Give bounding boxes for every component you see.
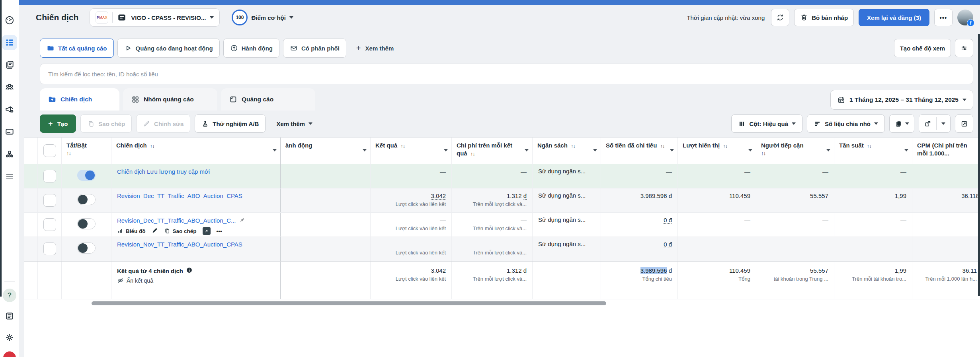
sidebar-item-ads-megaphone-icon[interactable] — [2, 102, 17, 117]
select-all-checkbox[interactable] — [43, 144, 56, 157]
row-checkbox[interactable] — [43, 194, 56, 207]
sidebar-item-campaigns-active[interactable] — [2, 35, 17, 50]
column-menu-caret[interactable] — [273, 149, 277, 151]
account-selector[interactable]: PMAX VIGO - CPASS - REVISIO... — [90, 8, 220, 27]
review-publish-button[interactable]: Xem lại và đăng (3) — [859, 9, 929, 26]
all-tools-menu-icon[interactable] — [2, 169, 17, 184]
column-menu-caret[interactable] — [363, 149, 367, 151]
duplicate-button[interactable]: Sao chép — [80, 114, 132, 133]
header-budget-column[interactable]: Ngân sách ↑↓ — [533, 138, 601, 164]
summary-results-cell: 3.042 Lượt click vào liên kết — [371, 262, 452, 299]
row-more-button[interactable]: ••• — [217, 228, 222, 234]
flask-icon — [201, 120, 209, 128]
impressions-cell: — — [678, 213, 756, 237]
filter-chip-active-ads[interactable]: Quảng cáo đang hoạt động — [117, 39, 220, 58]
filter-chip-has-delivery[interactable]: Có phân phối — [283, 39, 346, 58]
campaign-toggle-off[interactable] — [77, 243, 96, 254]
header-cost-per-result-column[interactable]: Chi phí trên mỗi kết quả ↑↓ — [452, 138, 533, 164]
filter-chip-all-ads[interactable]: Tất cả quảng cáo — [40, 39, 114, 58]
campaign-toggle-off[interactable] — [77, 218, 96, 229]
notification-badge[interactable] — [3, 351, 16, 357]
header-toggle-column[interactable]: Tắt/Bật↑↓ — [62, 138, 111, 164]
view-settings-button[interactable] — [955, 39, 973, 57]
row-checkbox[interactable] — [43, 243, 56, 255]
view-charts-button[interactable]: Biểu đồ — [117, 228, 146, 234]
sidebar-item-pages-icon[interactable] — [2, 57, 17, 72]
edit-row-button[interactable] — [152, 227, 158, 235]
campaign-name-link[interactable]: Revision_Nov_TT_Traffic_ABO_Auction_CPAS — [117, 241, 242, 248]
sidebar-item-billing-card-icon[interactable] — [2, 124, 17, 139]
create-button[interactable]: + Tạo — [40, 114, 76, 133]
column-menu-caret[interactable] — [444, 149, 448, 151]
campaign-toggle-off[interactable] — [77, 194, 96, 205]
export-split-button[interactable] — [919, 114, 951, 133]
breakdown-button[interactable]: Số liệu chia nhỏ — [807, 114, 885, 133]
sliders-icon — [960, 44, 968, 52]
refresh-button[interactable] — [771, 9, 789, 26]
sidebar-item-audiences-icon[interactable] — [2, 80, 17, 95]
campaign-toggle-on[interactable] — [77, 170, 96, 181]
ab-test-button[interactable]: Thử nghiệm A/B — [195, 114, 265, 133]
cpm-cell: 36.118 — [912, 188, 980, 212]
row-hover-actions: Biểu đồ Sao chép ••• — [117, 227, 275, 235]
facebook-badge-icon: f — [967, 19, 974, 27]
discard-drafts-button[interactable]: Bỏ bản nháp — [794, 9, 854, 26]
header-impressions-column[interactable]: Lượt hiển thị ↑↓ — [678, 138, 756, 164]
campaign-name-link[interactable]: Revision_Dec_TT_Traffic_ABO_Auction_C... — [117, 217, 236, 224]
settings-gear-icon[interactable] — [2, 330, 17, 345]
table-row: Revision_Dec_TT_Traffic_ABO_Auction_CPAS… — [24, 188, 980, 213]
action-cell — [281, 262, 371, 299]
chevron-down-icon — [962, 99, 966, 101]
budget-cell: Sử dụng ngân s... — [533, 188, 601, 212]
header-reach-column[interactable]: Người tiếp cận↑↓ — [756, 138, 834, 164]
info-icon[interactable] — [186, 267, 193, 275]
user-avatar[interactable]: f — [957, 10, 973, 25]
cpm-cell — [912, 164, 980, 188]
opportunity-score[interactable]: 100 Điểm cơ hội — [232, 10, 293, 25]
header-frequency-column[interactable]: Tần suất ↑↓ — [834, 138, 912, 164]
tab-ads[interactable]: Quảng cáo — [221, 88, 315, 111]
create-view-button[interactable]: Tạo chế độ xem — [894, 39, 951, 57]
header-action-column[interactable]: ành động — [281, 138, 371, 164]
more-options-button[interactable]: ••• — [934, 9, 953, 26]
right-screen-edge — [978, 34, 980, 296]
header-cpm-column[interactable]: CPM (Chi phí trên mỗi 1.000... — [912, 138, 980, 164]
column-menu-caret[interactable] — [670, 149, 674, 151]
filter-see-more-button[interactable]: + Xem thêm — [350, 39, 400, 57]
header-amount-spent-column[interactable]: Số tiền đã chi tiêu ↑↓ — [601, 138, 678, 164]
columns-button[interactable]: Cột: Hiệu quả — [731, 114, 802, 133]
column-menu-caret[interactable] — [904, 149, 908, 151]
news-updates-icon[interactable] — [2, 308, 17, 324]
open-charts-button[interactable] — [955, 114, 973, 133]
hide-results-button[interactable]: Ẩn kết quả — [111, 277, 280, 284]
reports-split-button[interactable] — [889, 114, 914, 133]
header-select-all[interactable] — [38, 138, 62, 164]
pin-icon[interactable] — [239, 217, 245, 224]
tab-ad-sets[interactable]: Nhóm quảng cáo — [123, 88, 217, 111]
export-options-button[interactable] — [937, 115, 950, 132]
column-menu-caret[interactable] — [593, 149, 597, 151]
date-range-selector[interactable]: 1 Tháng 12, 2025 – 31 Tháng 12, 2025 — [830, 90, 973, 110]
row-checkbox[interactable] — [43, 218, 56, 231]
sidebar-item-assets-orgchart-icon[interactable] — [2, 146, 17, 161]
toolbar-see-more-button[interactable]: Xem thêm — [270, 114, 319, 133]
help-button[interactable]: ? — [3, 289, 16, 302]
horizontal-scrollbar-thumb[interactable] — [92, 301, 606, 305]
column-menu-caret[interactable] — [826, 149, 830, 151]
search-input[interactable] — [40, 64, 973, 84]
open-chart-tile-button[interactable] — [203, 227, 211, 235]
row-checkbox[interactable] — [43, 170, 56, 182]
edit-button[interactable]: Chỉnh sửa — [136, 114, 190, 133]
header-results-column[interactable]: Kết quả ↑↓ — [371, 138, 452, 164]
column-menu-caret[interactable] — [748, 149, 752, 151]
filter-chip-actions[interactable]: Hành động — [223, 39, 279, 58]
column-menu-caret[interactable] — [525, 149, 529, 151]
campaign-name-link[interactable]: Revision_Dec_TT_Traffic_ABO_Auction_CPAS — [117, 192, 242, 199]
header-campaign-column[interactable]: Chiến dịch ↑↓ — [111, 138, 281, 164]
duplicate-row-button[interactable]: Sao chép — [164, 228, 197, 234]
row-select-cell — [38, 213, 62, 237]
export-button[interactable] — [919, 115, 936, 132]
campaign-name-link[interactable]: Chiến dịch Lưu lượng truy cập mới — [117, 168, 210, 175]
account-overview-gauge-icon[interactable] — [2, 13, 17, 28]
tab-campaigns[interactable]: Chiến dịch — [40, 88, 119, 111]
